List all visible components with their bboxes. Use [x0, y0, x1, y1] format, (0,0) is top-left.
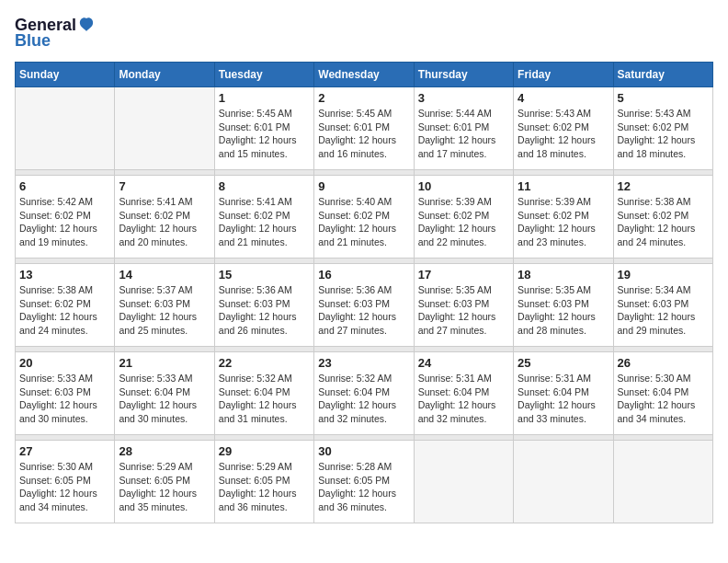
day-info: Sunrise: 5:32 AMSunset: 6:04 PMDaylight:…: [219, 372, 310, 426]
calendar-cell: 19Sunrise: 5:34 AMSunset: 6:03 PMDayligh…: [613, 264, 712, 347]
calendar-cell: [115, 87, 214, 170]
calendar-cell: 5Sunrise: 5:43 AMSunset: 6:02 PMDaylight…: [613, 87, 712, 170]
day-number: 26: [618, 356, 709, 370]
day-number: 4: [518, 91, 609, 105]
day-header-thursday: Thursday: [414, 63, 513, 87]
day-number: 22: [219, 356, 310, 370]
day-number: 10: [418, 179, 509, 193]
day-number: 11: [518, 179, 609, 193]
calendar-cell: 16Sunrise: 5:36 AMSunset: 6:03 PMDayligh…: [314, 264, 414, 347]
day-info: Sunrise: 5:41 AMSunset: 6:02 PMDaylight:…: [219, 195, 310, 249]
calendar-cell: 27Sunrise: 5:30 AMSunset: 6:05 PMDayligh…: [16, 441, 115, 523]
calendar-cell: 3Sunrise: 5:44 AMSunset: 6:01 PMDaylight…: [414, 87, 513, 170]
day-info: Sunrise: 5:36 AMSunset: 6:03 PMDaylight:…: [318, 283, 409, 338]
day-number: 21: [119, 356, 210, 370]
day-info: Sunrise: 5:39 AMSunset: 6:02 PMDaylight:…: [518, 195, 609, 249]
day-info: Sunrise: 5:29 AMSunset: 6:05 PMDaylight:…: [119, 460, 210, 514]
day-number: 25: [518, 356, 609, 370]
calendar-week-row: 27Sunrise: 5:30 AMSunset: 6:05 PMDayligh…: [16, 441, 713, 523]
day-number: 29: [219, 444, 310, 458]
day-number: 14: [119, 268, 210, 282]
day-info: Sunrise: 5:36 AMSunset: 6:03 PMDaylight:…: [219, 283, 310, 338]
day-info: Sunrise: 5:32 AMSunset: 6:04 PMDaylight:…: [318, 372, 409, 426]
day-info: Sunrise: 5:45 AMSunset: 6:01 PMDaylight:…: [318, 107, 409, 161]
calendar-week-row: 20Sunrise: 5:33 AMSunset: 6:03 PMDayligh…: [16, 352, 713, 435]
logo: General Blue: [15, 15, 97, 51]
calendar-cell: 18Sunrise: 5:35 AMSunset: 6:03 PMDayligh…: [514, 264, 613, 347]
calendar-header-row: SundayMondayTuesdayWednesdayThursdayFrid…: [16, 63, 713, 87]
day-number: 17: [418, 268, 509, 282]
calendar-cell: 8Sunrise: 5:41 AMSunset: 6:02 PMDaylight…: [214, 176, 313, 259]
calendar-cell: 12Sunrise: 5:38 AMSunset: 6:02 PMDayligh…: [613, 176, 712, 259]
day-number: 9: [318, 179, 409, 193]
day-header-friday: Friday: [514, 63, 613, 87]
calendar-cell: [414, 441, 513, 523]
day-info: Sunrise: 5:41 AMSunset: 6:02 PMDaylight:…: [119, 195, 210, 249]
day-info: Sunrise: 5:35 AMSunset: 6:03 PMDaylight:…: [418, 283, 509, 338]
calendar-cell: 2Sunrise: 5:45 AMSunset: 6:01 PMDaylight…: [314, 87, 414, 170]
day-info: Sunrise: 5:29 AMSunset: 6:05 PMDaylight:…: [219, 460, 310, 514]
day-info: Sunrise: 5:33 AMSunset: 6:03 PMDaylight:…: [19, 372, 110, 426]
calendar-cell: [613, 441, 712, 523]
calendar-cell: [16, 87, 115, 170]
calendar-cell: 13Sunrise: 5:38 AMSunset: 6:02 PMDayligh…: [16, 264, 115, 347]
day-info: Sunrise: 5:40 AMSunset: 6:02 PMDaylight:…: [318, 195, 409, 249]
calendar-cell: 21Sunrise: 5:33 AMSunset: 6:04 PMDayligh…: [115, 352, 214, 435]
calendar-week-row: 1Sunrise: 5:45 AMSunset: 6:01 PMDaylight…: [16, 87, 713, 170]
day-info: Sunrise: 5:33 AMSunset: 6:04 PMDaylight:…: [119, 372, 210, 426]
day-info: Sunrise: 5:30 AMSunset: 6:04 PMDaylight:…: [618, 372, 709, 426]
calendar-cell: 11Sunrise: 5:39 AMSunset: 6:02 PMDayligh…: [514, 176, 613, 259]
day-number: 16: [318, 268, 409, 282]
calendar-cell: 24Sunrise: 5:31 AMSunset: 6:04 PMDayligh…: [414, 352, 513, 435]
day-info: Sunrise: 5:38 AMSunset: 6:02 PMDaylight:…: [19, 283, 110, 338]
day-number: 20: [19, 356, 110, 370]
day-number: 12: [618, 179, 709, 193]
day-number: 8: [219, 179, 310, 193]
day-number: 6: [19, 179, 110, 193]
calendar-cell: 28Sunrise: 5:29 AMSunset: 6:05 PMDayligh…: [115, 441, 214, 523]
header: General Blue: [15, 15, 713, 51]
day-header-wednesday: Wednesday: [314, 63, 414, 87]
day-number: 30: [318, 444, 409, 458]
calendar-cell: 14Sunrise: 5:37 AMSunset: 6:03 PMDayligh…: [115, 264, 214, 347]
calendar-cell: [514, 441, 613, 523]
day-info: Sunrise: 5:44 AMSunset: 6:01 PMDaylight:…: [418, 107, 509, 161]
calendar-cell: 7Sunrise: 5:41 AMSunset: 6:02 PMDaylight…: [115, 176, 214, 259]
day-info: Sunrise: 5:43 AMSunset: 6:02 PMDaylight:…: [618, 107, 709, 161]
day-number: 13: [19, 268, 110, 282]
calendar-week-row: 13Sunrise: 5:38 AMSunset: 6:02 PMDayligh…: [16, 264, 713, 347]
day-header-tuesday: Tuesday: [214, 63, 313, 87]
calendar-cell: 15Sunrise: 5:36 AMSunset: 6:03 PMDayligh…: [214, 264, 313, 347]
day-info: Sunrise: 5:45 AMSunset: 6:01 PMDaylight:…: [219, 107, 310, 161]
day-info: Sunrise: 5:28 AMSunset: 6:05 PMDaylight:…: [318, 460, 409, 514]
calendar-cell: 17Sunrise: 5:35 AMSunset: 6:03 PMDayligh…: [414, 264, 513, 347]
day-header-saturday: Saturday: [613, 63, 712, 87]
calendar-cell: 6Sunrise: 5:42 AMSunset: 6:02 PMDaylight…: [16, 176, 115, 259]
day-number: 24: [418, 356, 509, 370]
day-info: Sunrise: 5:35 AMSunset: 6:03 PMDaylight:…: [518, 283, 609, 338]
day-number: 27: [19, 444, 110, 458]
calendar-week-row: 6Sunrise: 5:42 AMSunset: 6:02 PMDaylight…: [16, 176, 713, 259]
day-info: Sunrise: 5:34 AMSunset: 6:03 PMDaylight:…: [618, 283, 709, 338]
calendar-cell: 26Sunrise: 5:30 AMSunset: 6:04 PMDayligh…: [613, 352, 712, 435]
day-info: Sunrise: 5:31 AMSunset: 6:04 PMDaylight:…: [418, 372, 509, 426]
calendar-cell: 9Sunrise: 5:40 AMSunset: 6:02 PMDaylight…: [314, 176, 414, 259]
day-number: 3: [418, 91, 509, 105]
day-info: Sunrise: 5:42 AMSunset: 6:02 PMDaylight:…: [19, 195, 110, 249]
day-number: 5: [618, 91, 709, 105]
day-number: 19: [618, 268, 709, 282]
day-number: 2: [318, 91, 409, 105]
day-number: 1: [219, 91, 310, 105]
calendar-table: SundayMondayTuesdayWednesdayThursdayFrid…: [15, 62, 713, 523]
day-info: Sunrise: 5:39 AMSunset: 6:02 PMDaylight:…: [418, 195, 509, 249]
day-info: Sunrise: 5:37 AMSunset: 6:03 PMDaylight:…: [119, 283, 210, 338]
day-number: 18: [518, 268, 609, 282]
calendar-cell: 30Sunrise: 5:28 AMSunset: 6:05 PMDayligh…: [314, 441, 414, 523]
logo-bird-icon: [76, 15, 97, 35]
day-info: Sunrise: 5:43 AMSunset: 6:02 PMDaylight:…: [518, 107, 609, 161]
calendar-cell: 22Sunrise: 5:32 AMSunset: 6:04 PMDayligh…: [214, 352, 313, 435]
day-info: Sunrise: 5:30 AMSunset: 6:05 PMDaylight:…: [19, 460, 110, 514]
logo-blue-text: Blue: [15, 31, 51, 51]
calendar-cell: 4Sunrise: 5:43 AMSunset: 6:02 PMDaylight…: [514, 87, 613, 170]
calendar-cell: 29Sunrise: 5:29 AMSunset: 6:05 PMDayligh…: [214, 441, 313, 523]
